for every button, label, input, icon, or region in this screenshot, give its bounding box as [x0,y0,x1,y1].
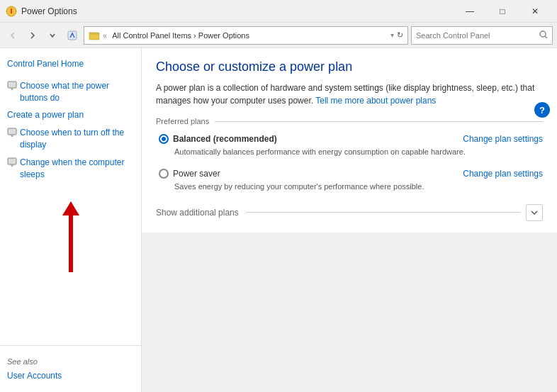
minimize-button[interactable]: — [454,0,486,23]
search-input[interactable] [416,31,539,40]
breadcrumb-text: All Control Panel Items › Power Options [112,31,249,40]
sidebar: Control Panel Home Choose what the power… [0,48,142,392]
arrow-head [62,201,79,215]
search-icon [539,30,548,40]
svg-rect-5 [8,82,16,88]
svg-rect-7 [8,158,16,164]
plan-power-saver-desc: Saves energy by reducing your computer's… [159,181,543,192]
see-also-label: See also [0,352,141,367]
page-description: A power plan is a collection of hardware… [156,82,543,107]
up-button[interactable] [64,27,81,44]
plan-item-balanced: Balanced (recommended) Change plan setti… [156,134,543,157]
help-button[interactable]: ? [534,102,550,118]
app-icon [6,6,17,17]
back-button[interactable] [4,27,21,44]
chevron-down-icon [530,208,539,217]
address-box[interactable]: « All Control Panel Items › Power Option… [84,26,408,45]
sidebar-item-control-panel-home[interactable]: Control Panel Home [0,55,141,73]
refresh-icon[interactable]: ↻ [397,30,403,40]
show-additional-chevron[interactable] [526,204,543,221]
dropdown-recent-button[interactable] [44,27,61,44]
close-button[interactable]: ✕ [519,0,551,23]
sidebar-divider [0,345,141,346]
plan-balanced-header: Balanced (recommended) Change plan setti… [159,134,543,144]
plan-balanced-desc: Automatically balances performance with … [159,147,543,157]
sidebar-item-user-accounts[interactable]: User Accounts [0,367,141,385]
plan-item-power-saver: Power saver Change plan settings Saves e… [156,169,543,192]
preferred-plans-header: Preferred plans [156,117,543,125]
svg-point-3 [540,31,546,37]
sidebar-label-user-accounts: User Accounts [7,370,62,382]
radio-power-saver[interactable] [159,169,169,179]
monitor2-icon [7,128,17,141]
sidebar-label-computer-sleeps: Change when the computer sleeps [20,157,134,181]
content-area: Choose or customize a power plan A power… [142,48,557,233]
learn-more-link[interactable]: Tell me more about power plans [315,96,436,106]
maximize-button[interactable]: □ [486,0,519,23]
page-title: Choose or customize a power plan [156,60,543,74]
sidebar-item-power-buttons[interactable]: Choose what the power buttons do [0,77,141,107]
sidebar-item-turn-off-display[interactable]: Choose when to turn off the display [0,124,141,154]
change-plan-power-saver-link[interactable]: Change plan settings [463,169,543,179]
search-box[interactable] [411,26,553,45]
sidebar-item-computer-sleeps[interactable]: Change when the computer sleeps [0,154,141,184]
plan-balanced-name: Balanced (recommended) [173,134,277,144]
window-controls: — □ ✕ [454,0,551,23]
folder-icon [89,30,100,41]
address-dropdown-icon[interactable]: ▾ [390,31,394,39]
monitor-icon [7,81,17,94]
show-additional-text: Show additional plans [156,208,239,218]
sidebar-item-create-plan[interactable]: Create a power plan [0,106,141,124]
forward-button[interactable] [24,27,41,44]
titlebar: Power Options — □ ✕ [0,0,557,23]
sidebar-label-create-plan: Create a power plan [7,109,84,121]
plan-power-saver-name: Power saver [173,169,220,179]
section-divider-line [215,121,543,122]
show-additional-section: Show additional plans [156,204,543,221]
sidebar-nav: Control Panel Home Choose what the power… [0,55,141,183]
plan-power-saver-label[interactable]: Power saver [159,169,220,179]
content-wrapper: Choose or customize a power plan A power… [142,48,557,392]
radio-balanced[interactable] [159,134,169,144]
arrow-shaft [69,215,73,272]
addressbar: « All Control Panel Items › Power Option… [0,23,557,48]
plan-balanced-label[interactable]: Balanced (recommended) [159,134,277,144]
address-text: « All Control Panel Items › Power Option… [103,31,388,40]
svg-line-4 [545,36,547,38]
change-plan-balanced-link[interactable]: Change plan settings [463,134,543,144]
preferred-plans-label: Preferred plans [156,117,209,125]
main-area: Control Panel Home Choose what the power… [0,48,557,392]
sidebar-label-power-buttons: Choose what the power buttons do [20,80,134,104]
sidebar-label-control-panel-home: Control Panel Home [7,58,84,70]
arrow-indicator [62,201,79,272]
window-title: Power Options [21,6,454,16]
sidebar-label-turn-off-display: Choose when to turn off the display [20,127,134,151]
show-additional-line [246,212,520,213]
svg-rect-6 [8,128,16,135]
plan-power-saver-header: Power saver Change plan settings [159,169,543,179]
monitor3-icon [7,157,17,171]
